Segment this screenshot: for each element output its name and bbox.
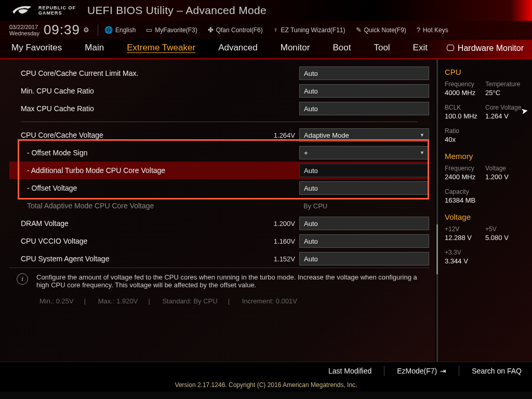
- divider: [21, 122, 418, 122]
- field-max-cache-ratio[interactable]: Auto: [299, 102, 429, 115]
- field-current-limit[interactable]: Auto: [299, 66, 429, 80]
- hardware-monitor-header: 🖵Hardware Monitor: [446, 44, 524, 53]
- help-panel: i Configure the amount of voltage fed to…: [9, 268, 429, 292]
- info-icon: i: [17, 273, 28, 285]
- row-cpu-system-agent-voltage[interactable]: CPU System Agent Voltage 1.152V Auto: [9, 250, 429, 268]
- info-bar: 03/22/2017Wednesday 09:39 ⚙ 🌐English ▭My…: [0, 21, 532, 39]
- row-min-cpu-cache-ratio[interactable]: Min. CPU Cache Ratio Auto: [9, 82, 429, 100]
- qfan-button[interactable]: ✤Qfan Control(F6): [203, 26, 268, 34]
- monitor-icon: 🖵: [446, 44, 455, 53]
- settings-gear-icon[interactable]: ⚙: [83, 26, 89, 34]
- tab-extreme-tweaker[interactable]: Extreme Tweaker: [115, 38, 207, 58]
- rog-logo: REPUBLIC OFGAMERS: [10, 3, 76, 18]
- tab-boot[interactable]: Boot: [321, 38, 362, 58]
- row-offset-mode-sign[interactable]: - Offset Mode Sign +▼: [9, 144, 429, 162]
- voltage-section-title: Voltage: [445, 212, 526, 221]
- chevron-down-icon: ▼: [420, 150, 424, 155]
- tab-tool[interactable]: Tool: [362, 38, 401, 58]
- language-button[interactable]: 🌐English: [99, 26, 141, 34]
- footer-bar: Last Modified EzMode(F7)⇥ Search on FAQ: [0, 362, 532, 379]
- hardware-monitor-panel: CPU Frequency4000 MHz Temperature25°C BC…: [435, 59, 532, 362]
- field-offset-voltage[interactable]: Auto: [299, 181, 429, 195]
- tab-main[interactable]: Main: [73, 38, 115, 58]
- eztuning-button[interactable]: ♀EZ Tuning Wizard(F11): [268, 26, 351, 34]
- row-offset-voltage[interactable]: - Offset Voltage Auto: [9, 179, 429, 197]
- range-info: Min.: 0.25V| Max.: 1.920V| Standard: By …: [9, 292, 429, 308]
- main-area: CPU Core/Cache Current Limit Max. Auto M…: [0, 59, 532, 362]
- quicknote-button[interactable]: ✎Quick Note(F9): [351, 26, 411, 34]
- card-icon: ▭: [146, 26, 152, 34]
- settings-panel: CPU Core/Cache Current Limit Max. Auto M…: [0, 59, 435, 362]
- tab-exit[interactable]: Exit: [402, 38, 439, 58]
- exit-icon: ⇥: [440, 367, 446, 375]
- date-block: 03/22/2017Wednesday: [9, 24, 39, 36]
- ezmode-button[interactable]: EzMode(F7)⇥: [397, 367, 446, 375]
- field-offset-sign[interactable]: +▼: [299, 146, 429, 159]
- field-min-cache-ratio[interactable]: Auto: [299, 84, 429, 98]
- search-faq-button[interactable]: Search on FAQ: [472, 367, 522, 375]
- brand-text: REPUBLIC OFGAMERS: [38, 5, 76, 16]
- tab-advanced[interactable]: Advanced: [207, 38, 269, 58]
- last-modified-button[interactable]: Last Modified: [328, 367, 371, 375]
- myfavorite-button[interactable]: ▭MyFavorite(F3): [141, 26, 202, 34]
- globe-icon: 🌐: [104, 26, 113, 34]
- row-cpu-vccio-voltage[interactable]: CPU VCCIO Voltage 1.160V Auto: [9, 232, 429, 250]
- note-icon: ✎: [356, 26, 362, 34]
- bulb-icon: ♀: [273, 26, 278, 34]
- field-core-voltage-mode[interactable]: Adaptive Mode▼: [299, 128, 429, 142]
- cpu-section-title: CPU: [445, 68, 526, 76]
- hotkeys-button[interactable]: ?Hot Keys: [411, 26, 454, 34]
- field-vccio-voltage[interactable]: Auto: [299, 234, 429, 248]
- fan-icon: ✤: [208, 26, 214, 34]
- chevron-down-icon: ▼: [420, 132, 424, 138]
- help-icon: ?: [417, 26, 420, 34]
- tab-my-favorites[interactable]: My Favorites: [0, 38, 73, 58]
- row-max-cpu-cache-ratio[interactable]: Max CPU Cache Ratio Auto: [9, 100, 429, 117]
- row-cpu-core-cache-current-limit[interactable]: CPU Core/Cache Current Limit Max. Auto: [9, 64, 429, 82]
- field-dram-voltage[interactable]: Auto: [299, 217, 429, 230]
- field-additional-turbo-voltage[interactable]: Auto: [299, 164, 429, 177]
- tab-monitor[interactable]: Monitor: [269, 38, 322, 58]
- rog-eye-icon: [10, 3, 34, 18]
- memory-section-title: Memory: [445, 152, 526, 161]
- utility-title: UEFI BIOS Utility – Advanced Mode: [87, 4, 267, 17]
- field-sa-voltage[interactable]: Auto: [299, 252, 429, 265]
- row-additional-turbo-voltage[interactable]: - Additional Turbo Mode CPU Core Voltage…: [9, 162, 429, 179]
- row-total-adaptive-voltage: Total Adaptive Mode CPU Core Voltage By …: [9, 197, 429, 215]
- row-cpu-core-cache-voltage[interactable]: CPU Core/Cache Voltage 1.264V Adaptive M…: [9, 126, 429, 144]
- header: REPUBLIC OFGAMERS UEFI BIOS Utility – Ad…: [0, 0, 532, 21]
- tab-bar: My Favorites Main Extreme Tweaker Advanc…: [0, 39, 532, 59]
- copyright: Version 2.17.1246. Copyright (C) 2016 Am…: [0, 379, 532, 392]
- clock: 09:39: [44, 22, 80, 38]
- row-dram-voltage[interactable]: DRAM Voltage 1.200V Auto: [9, 215, 429, 232]
- scrollbar[interactable]: [436, 59, 438, 362]
